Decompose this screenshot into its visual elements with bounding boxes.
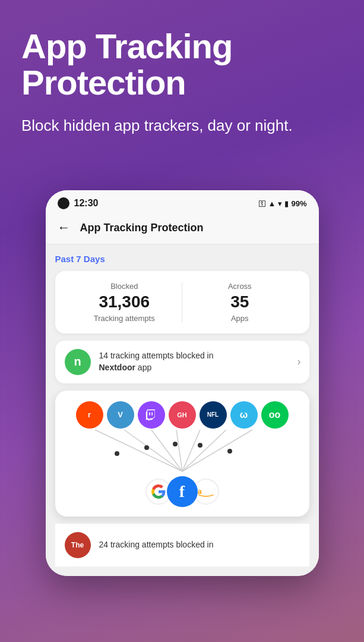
subtitle: Block hidden app trackers, day or night. [21, 115, 343, 136]
wish-tracker-icon: ω [230, 401, 258, 429]
nfl-tracker-icon: NFL [200, 401, 227, 429]
across-label-top: Across [182, 282, 297, 291]
back-button[interactable]: ← [58, 220, 71, 235]
stats-card: Blocked 31,306 Tracking attempts Across … [55, 271, 309, 333]
svg-line-5 [182, 430, 226, 471]
nav-title: App Tracking Protection [80, 222, 204, 234]
signal-icon: ▲ [268, 199, 276, 208]
period-label: Past 7 Days [55, 254, 309, 264]
bottom-app-row[interactable]: The 24 tracking attempts blocked in [55, 524, 309, 567]
across-stat: Across 35 Apps [182, 282, 297, 323]
nextdoor-icon: n [65, 349, 91, 375]
across-label-bottom: Apps [182, 314, 297, 323]
venmo-tracker-icon: V [107, 401, 134, 429]
status-bar: 12:30 ⚿ ▲ ▾ ▮ 99% [46, 190, 319, 214]
connection-lines [81, 429, 283, 476]
nav-bar: ← App Tracking Protection [46, 214, 319, 244]
blocked-label-top: Blocked [67, 282, 182, 291]
tracker-popup: r V GH NFL ω oo [55, 391, 309, 517]
status-right: ⚿ ▲ ▾ ▮ 99% [258, 199, 307, 208]
status-time: 12:30 [74, 198, 99, 209]
header-section: App Tracking Protection Block hidden app… [0, 0, 364, 166]
chevron-right-icon: › [297, 355, 301, 368]
status-left: 12:30 [58, 197, 99, 209]
svg-point-11 [227, 449, 232, 454]
main-title: App Tracking Protection [21, 29, 343, 101]
svg-line-6 [182, 430, 252, 471]
across-number: 35 [182, 293, 297, 311]
bottom-app-text: 24 tracking attempts blocked in [99, 539, 214, 551]
battery-percent: 99% [291, 199, 306, 208]
wifi-icon: ▾ [278, 199, 282, 208]
svg-point-9 [173, 442, 178, 446]
svg-line-4 [182, 430, 200, 471]
svg-line-0 [95, 430, 182, 471]
blocked-number: 31,306 [67, 293, 182, 311]
reddit-tracker-icon: r [76, 401, 103, 429]
camera-dot [58, 197, 69, 209]
oo-tracker-icon: oo [261, 401, 289, 429]
lines-area [65, 429, 300, 476]
twitch-tracker-icon [138, 401, 165, 429]
blocked-stat: Blocked 31,306 Tracking attempts [67, 282, 183, 323]
facebook-target-icon: f [167, 476, 198, 507]
battery-icon: ▮ [284, 199, 289, 208]
nextdoor-app-row[interactable]: n 14 tracking attempts blocked inNextdoo… [55, 341, 309, 383]
bottom-app-icon: The [65, 532, 91, 558]
svg-text:a: a [198, 487, 202, 496]
svg-point-8 [144, 445, 149, 450]
svg-point-7 [115, 451, 119, 456]
target-icons-combined: f a [65, 476, 300, 507]
svg-line-1 [124, 430, 182, 471]
phone-mockup: 12:30 ⚿ ▲ ▾ ▮ 99% ← App Tracking Protect… [46, 190, 319, 576]
phone-content: Past 7 Days Blocked 31,306 Tracking atte… [46, 244, 319, 576]
tracker-icons-row: r V GH NFL ω oo [65, 401, 300, 429]
key-icon: ⚿ [258, 199, 266, 208]
svg-point-10 [198, 443, 202, 448]
gh-tracker-icon: GH [169, 401, 196, 429]
blocked-label-bottom: Tracking attempts [67, 314, 182, 323]
nextdoor-text: 14 tracking attempts blocked inNextdoor … [99, 350, 214, 373]
